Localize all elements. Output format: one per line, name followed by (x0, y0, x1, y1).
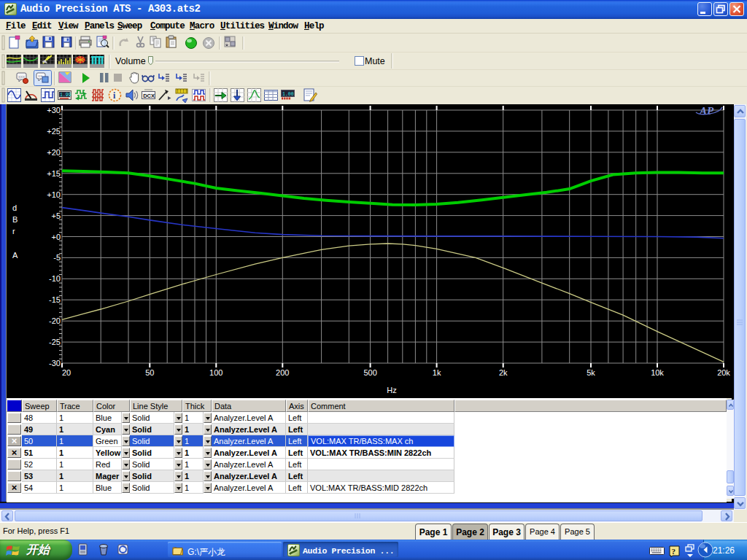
svg-text:-5: -5 (53, 253, 61, 262)
svg-text:+0: +0 (51, 233, 61, 241)
svg-text:d: d (12, 203, 17, 212)
svg-text:B: B (12, 215, 18, 224)
svg-text:-25: -25 (49, 338, 61, 346)
svg-text:5k: 5k (587, 368, 595, 377)
svg-text:-30: -30 (49, 359, 61, 368)
svg-text:1k: 1k (433, 368, 441, 377)
svg-text:20: 20 (62, 368, 71, 377)
svg-text:2k: 2k (499, 368, 508, 377)
svg-text:+20: +20 (47, 148, 61, 157)
svg-text:A: A (12, 251, 18, 260)
svg-text:20k: 20k (717, 368, 730, 377)
svg-text:-20: -20 (49, 316, 61, 325)
svg-text:+5: +5 (51, 211, 61, 220)
svg-text:Hz: Hz (387, 386, 396, 394)
svg-text:xx: xx (38, 74, 42, 78)
svg-text:+10: +10 (47, 190, 61, 199)
svg-text:+15: +15 (47, 169, 61, 178)
svg-text:r: r (12, 227, 15, 236)
svg-text:+25: +25 (47, 127, 61, 136)
svg-text:50: 50 (145, 368, 154, 377)
svg-text:1.00: 1.00 (282, 92, 294, 97)
svg-text:10k: 10k (651, 368, 664, 377)
svg-text:500: 500 (363, 368, 376, 377)
svg-text:AP: AP (699, 105, 714, 117)
svg-text:-10: -10 (49, 274, 61, 283)
svg-text:Volume: Volume (115, 56, 146, 66)
svg-text:+30: +30 (47, 106, 61, 114)
svg-text:DCX: DCX (143, 93, 155, 99)
svg-text:Mute: Mute (365, 56, 385, 66)
svg-text:200: 200 (276, 368, 289, 377)
svg-text:?: ? (672, 547, 676, 556)
svg-text:-15: -15 (49, 295, 61, 304)
svg-text:100: 100 (209, 368, 222, 377)
svg-text:xxx: xxx (18, 74, 25, 79)
svg-text:1.99: 1.99 (60, 93, 71, 98)
